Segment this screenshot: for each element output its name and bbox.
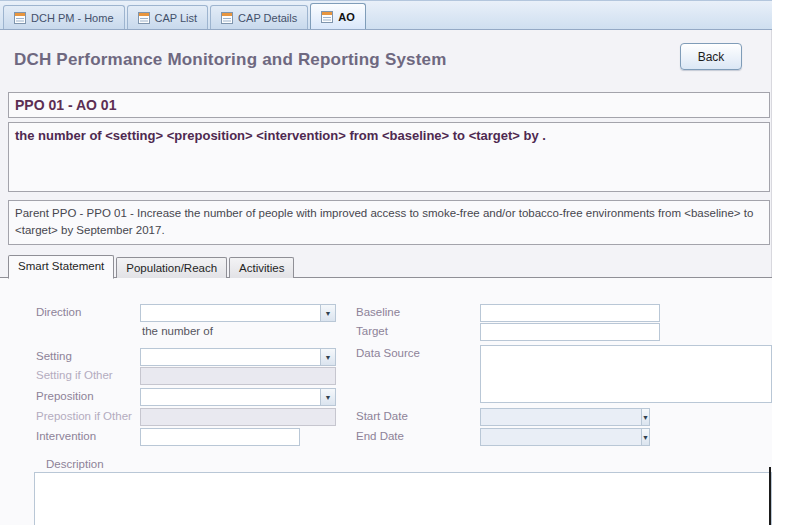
doc-tab-dch-pm-home[interactable]: DCH PM - Home bbox=[3, 5, 125, 29]
back-button[interactable]: Back bbox=[680, 43, 742, 70]
doc-tab-label: AO bbox=[338, 11, 355, 23]
setting-combobox: ▼ bbox=[140, 348, 336, 366]
app-window: DCH PM - Home CAP List CAP Details AO DC… bbox=[0, 0, 794, 525]
start-date-input[interactable] bbox=[480, 408, 641, 426]
preposition-input[interactable] bbox=[140, 388, 320, 406]
doc-tab-label: CAP Details bbox=[238, 12, 297, 24]
record-title-bar: PPO 01 - AO 01 bbox=[8, 92, 770, 118]
form-icon bbox=[138, 12, 150, 24]
setting-if-other-input[interactable] bbox=[140, 367, 336, 385]
form-tab-bar: Smart Statement Population/Reach Activit… bbox=[8, 256, 296, 278]
smart-statement-text: the number of <setting> <preposition> <i… bbox=[8, 122, 770, 192]
preposition-combobox: ▼ bbox=[140, 388, 336, 406]
doc-tab-label: DCH PM - Home bbox=[31, 12, 114, 24]
chevron-down-icon[interactable]: ▼ bbox=[320, 348, 336, 366]
direction-combobox: ▼ bbox=[140, 304, 336, 322]
doc-tab-ao[interactable]: AO bbox=[310, 3, 366, 29]
chevron-down-icon[interactable]: ▼ bbox=[641, 428, 650, 446]
window-edge bbox=[769, 467, 771, 525]
description-label: Description bbox=[46, 458, 104, 470]
doc-tab-label: CAP List bbox=[155, 12, 198, 24]
preposition-if-other-label: Prepostion if Other bbox=[36, 410, 132, 422]
intervention-input[interactable] bbox=[140, 428, 300, 446]
doc-tab-cap-details[interactable]: CAP Details bbox=[210, 5, 308, 29]
document-tab-bar: DCH PM - Home CAP List CAP Details AO bbox=[0, 0, 772, 30]
preposition-if-other-input[interactable] bbox=[140, 408, 336, 426]
end-date-combobox: ▼ bbox=[480, 428, 642, 446]
form-content-area: DCH Performance Monitoring and Reporting… bbox=[0, 30, 772, 525]
baseline-input[interactable] bbox=[480, 304, 660, 322]
preposition-label: Preposition bbox=[36, 390, 94, 402]
target-input[interactable] bbox=[480, 323, 660, 341]
tab-smart-statement[interactable]: Smart Statement bbox=[8, 255, 114, 279]
baseline-label: Baseline bbox=[356, 306, 400, 318]
chevron-down-icon[interactable]: ▼ bbox=[320, 304, 336, 322]
form-icon bbox=[321, 11, 333, 23]
parent-ppo-text: Parent PPO - PPO 01 - Increase the numbe… bbox=[8, 200, 770, 245]
form-icon bbox=[221, 12, 233, 24]
start-date-combobox: ▼ bbox=[480, 408, 642, 426]
tab-population-reach[interactable]: Population/Reach bbox=[116, 257, 227, 278]
direction-input[interactable] bbox=[140, 304, 320, 322]
setting-label: Setting bbox=[36, 350, 72, 362]
setting-if-other-label: Setting if Other bbox=[36, 369, 113, 381]
end-date-input[interactable] bbox=[480, 428, 641, 446]
doc-tab-cap-list[interactable]: CAP List bbox=[127, 5, 209, 29]
direction-value-hint: the number of bbox=[142, 325, 213, 337]
tab-activities[interactable]: Activities bbox=[229, 257, 294, 278]
chevron-down-icon[interactable]: ▼ bbox=[320, 388, 336, 406]
end-date-label: End Date bbox=[356, 430, 404, 442]
form-icon bbox=[14, 12, 26, 24]
intervention-label: Intervention bbox=[36, 430, 96, 442]
direction-label: Direction bbox=[36, 306, 81, 318]
chevron-down-icon[interactable]: ▼ bbox=[641, 408, 650, 426]
target-label: Target bbox=[356, 325, 388, 337]
data-source-textarea[interactable] bbox=[480, 345, 772, 403]
setting-input[interactable] bbox=[140, 348, 320, 366]
data-source-label: Data Source bbox=[356, 347, 420, 359]
page-title: DCH Performance Monitoring and Reporting… bbox=[14, 50, 447, 70]
description-textarea[interactable] bbox=[34, 472, 772, 525]
start-date-label: Start Date bbox=[356, 410, 408, 422]
